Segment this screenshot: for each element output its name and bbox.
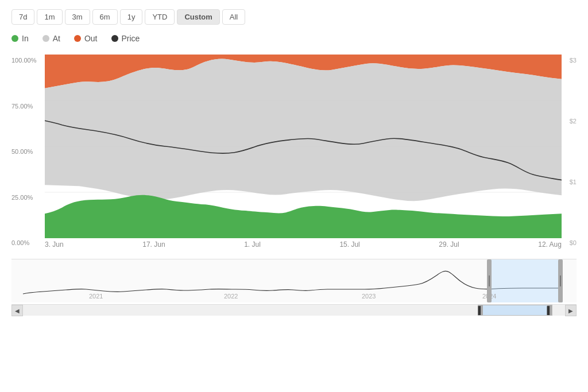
svg-text:2021: 2021 xyxy=(89,293,103,300)
x-axis: 3. Jun 17. Jun 1. Jul 15. Jul 29. Jul 12… xyxy=(11,238,562,249)
scroll-right-arrow[interactable]: ▶ xyxy=(565,305,577,316)
btn-3m[interactable]: 3m xyxy=(65,9,90,25)
btn-ytd[interactable]: YTD xyxy=(145,9,175,25)
y-axis-left: 100.00% 75.00% 50.00% 25.00% 0.00% xyxy=(11,55,46,249)
legend-out-dot xyxy=(74,35,81,42)
legend-price: Price xyxy=(111,34,140,43)
legend-in-label: In xyxy=(22,34,29,43)
legend-at-label: At xyxy=(53,34,60,43)
y-right-2: $2 xyxy=(559,118,577,125)
btn-1m[interactable]: 1m xyxy=(37,9,62,25)
time-range-selector: 7d 1m 3m 6m 1y YTD Custom All xyxy=(11,9,577,25)
legend-price-label: Price xyxy=(122,34,140,43)
btn-1y[interactable]: 1y xyxy=(120,9,143,25)
y-label-75: 75.00% xyxy=(11,103,46,110)
x-label-17jun: 17. Jun xyxy=(142,240,165,249)
scroll-thumb[interactable]: ▌ ▌ xyxy=(478,305,552,316)
x-label-3jun: 3. Jun xyxy=(45,240,64,249)
scrollbar[interactable]: ◀ ▌ ▌ ▶ xyxy=(11,304,577,316)
legend-out: Out xyxy=(74,34,98,43)
legend-in: In xyxy=(11,34,29,43)
scroll-handle-right[interactable]: ▌ xyxy=(547,305,552,315)
in-area xyxy=(45,195,562,238)
legend-at: At xyxy=(42,34,60,43)
btn-6m[interactable]: 6m xyxy=(92,9,118,25)
y-label-100: 100.00% xyxy=(11,57,46,64)
legend-at-dot xyxy=(42,35,49,42)
x-label-15jul: 15. Jul xyxy=(339,240,359,249)
x-label-29jul: 29. Jul xyxy=(439,240,459,249)
x-label-12aug: 12. Aug xyxy=(538,240,562,249)
svg-text:2024: 2024 xyxy=(482,293,496,300)
btn-custom[interactable]: Custom xyxy=(177,9,219,25)
x-label-1jul: 1. Jul xyxy=(244,240,261,249)
btn-all[interactable]: All xyxy=(222,9,245,25)
y-right-1: $1 xyxy=(559,178,577,185)
legend-in-dot xyxy=(11,35,18,42)
chart-legend: In At Out Price xyxy=(11,34,577,43)
main-chart xyxy=(45,55,562,238)
chart-svg xyxy=(45,55,562,238)
scroll-track[interactable]: ▌ ▌ xyxy=(23,305,565,316)
y-label-50: 50.00% xyxy=(11,148,46,155)
y-label-25: 25.00% xyxy=(11,194,46,201)
y-right-3: $3 xyxy=(559,57,577,64)
navigator-svg: 2021 2022 2023 2024 xyxy=(11,259,577,302)
btn-7d[interactable]: 7d xyxy=(11,9,34,25)
scroll-handle-left[interactable]: ▌ xyxy=(478,305,483,315)
navigator: 2021 2022 2023 2024 ◀ ▌ ▌ ▶ xyxy=(11,259,577,316)
svg-text:2022: 2022 xyxy=(224,293,238,300)
legend-out-label: Out xyxy=(84,34,98,43)
svg-text:2023: 2023 xyxy=(362,293,376,300)
scroll-left-arrow[interactable]: ◀ xyxy=(11,305,23,316)
legend-price-dot xyxy=(111,35,118,42)
y-right-0: $0 xyxy=(559,239,577,246)
svg-rect-6 xyxy=(488,259,563,302)
y-axis-right: $3 $2 $1 $0 xyxy=(559,55,577,249)
y-label-0: 0.00% xyxy=(11,239,46,246)
at-area xyxy=(45,59,562,201)
